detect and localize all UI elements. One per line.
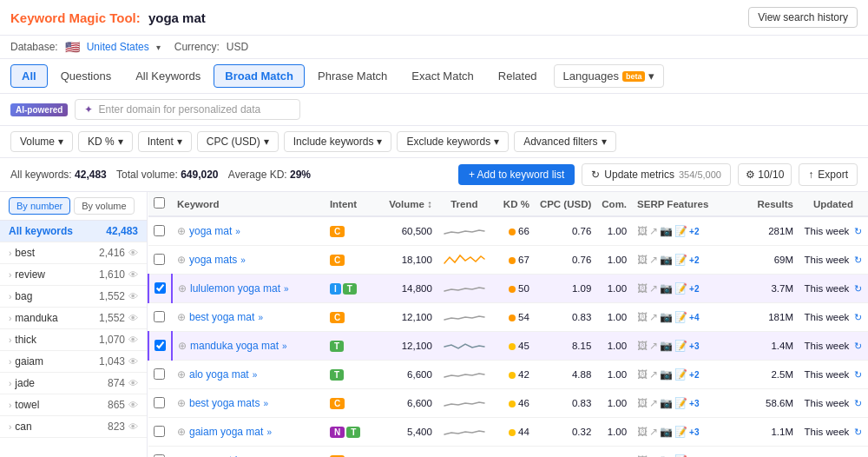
results-column-header[interactable]: Results [746, 192, 799, 216]
all-keywords-label: All keywords: [10, 169, 75, 181]
row-checkbox[interactable] [154, 311, 165, 322]
tab-phrase-match[interactable]: Phrase Match [306, 64, 398, 88]
sidebar-item-all-keywords[interactable]: All keywords 42,483 [0, 221, 147, 242]
row-checkbox[interactable] [155, 282, 166, 294]
row-checkbox[interactable] [154, 225, 165, 236]
intent-badge-n: N [330, 427, 345, 438]
include-keywords-filter[interactable]: Include keywords ▾ [284, 131, 392, 152]
sidebar-item-jade[interactable]: › jade 874 👁 [0, 373, 147, 394]
tab-all-keywords[interactable]: All Keywords [124, 64, 212, 88]
tab-exact-match[interactable]: Exact Match [400, 64, 485, 88]
select-all-checkbox[interactable] [154, 197, 165, 209]
trend-column-header[interactable]: Trend [437, 192, 491, 216]
add-to-keyword-list-button[interactable]: + Add to keyword list [458, 164, 575, 185]
refresh-icon[interactable]: ↻ [854, 341, 862, 351]
serp-column-header[interactable]: SERP Features [632, 192, 746, 216]
kd-column-header[interactable]: KD % [491, 192, 535, 216]
refresh-icon[interactable]: ↻ [854, 312, 862, 322]
serp-plus-count[interactable]: +4 [689, 313, 699, 322]
row-checkbox[interactable] [154, 254, 165, 265]
serp-plus-count[interactable]: +3 [689, 427, 699, 437]
advanced-filters[interactable]: Advanced filters ▾ [514, 131, 615, 152]
eye-icon[interactable]: 👁 [128, 421, 138, 432]
update-metrics-button[interactable]: ↻ Update metrics 354/5,000 [582, 163, 731, 186]
row-checkbox[interactable] [154, 397, 165, 408]
sidebar-item-gaiam[interactable]: › gaiam 1,043 👁 [0, 351, 147, 373]
sort-by-volume-button[interactable]: By volume [74, 197, 134, 215]
serp-plus-count[interactable]: +2 [689, 227, 699, 236]
refresh-icon[interactable]: ↻ [854, 427, 862, 437]
select-all-header[interactable] [148, 192, 172, 216]
eye-icon[interactable]: 👁 [128, 378, 138, 388]
com-column-header[interactable]: Com. [596, 192, 632, 216]
serp-plus-count[interactable]: +3 [689, 399, 699, 408]
row-checkbox[interactable] [154, 454, 165, 458]
volume-filter[interactable]: Volume ▾ [10, 131, 73, 152]
refresh-icon[interactable]: ↻ [854, 283, 862, 294]
keyword-link[interactable]: ⊕ yoga mat » [177, 225, 319, 237]
country-link[interactable]: United States [87, 41, 149, 53]
domain-input[interactable]: ✦ Enter domain for personalized data [75, 99, 300, 120]
kd-filter[interactable]: KD % ▾ [78, 131, 133, 152]
refresh-icon[interactable]: ↻ [854, 255, 862, 265]
updated-column-header[interactable]: Updated [799, 192, 868, 216]
refresh-icon[interactable]: ↻ [854, 226, 862, 236]
keyword-link[interactable]: ⊕ lululemon yoga mat » [178, 282, 319, 295]
serp-plus-count[interactable]: +3 [689, 341, 699, 351]
keyword-link[interactable]: ⊕ manduka yoga mat » [178, 340, 319, 352]
eye-icon[interactable]: 👁 [128, 269, 138, 280]
tab-related[interactable]: Related [487, 64, 549, 88]
settings-button[interactable]: ⚙ 10/10 [738, 163, 792, 186]
eye-icon[interactable]: 👁 [128, 400, 138, 410]
row-checkbox[interactable] [154, 368, 165, 380]
row-checkbox[interactable] [155, 340, 166, 351]
sidebar-item-can[interactable]: › can 823 👁 [0, 416, 147, 438]
row-checkbox[interactable] [154, 426, 165, 437]
eye-icon[interactable]: 👁 [128, 356, 138, 367]
keyword-link[interactable]: ⊕ alo yoga mat » [177, 368, 319, 381]
sidebar-item-best[interactable]: › best 2,416 👁 [0, 242, 147, 264]
languages-label: Languages [563, 70, 619, 83]
chevron-right-icon: › [9, 335, 11, 345]
keyword-link[interactable]: ⊕ best yoga mats » [177, 397, 319, 409]
exclude-keywords-filter[interactable]: Exclude keywords ▾ [397, 131, 509, 152]
keyword-link[interactable]: ⊕ yoga mats » [177, 254, 319, 266]
eye-icon[interactable]: 👁 [128, 313, 138, 323]
refresh-icon[interactable]: ↻ [854, 369, 862, 380]
cpc-filter[interactable]: CPC (USD) ▾ [197, 131, 279, 152]
sidebar-item-towel[interactable]: › towel 865 👁 [0, 394, 147, 416]
eye-icon[interactable]: 👁 [128, 291, 138, 301]
keyword-arrows-icon: » [263, 399, 268, 408]
languages-button[interactable]: Languages beta ▾ [554, 64, 665, 88]
serp-plus-count[interactable]: +2 [689, 370, 699, 380]
tab-broad-match[interactable]: Broad Match [214, 64, 305, 88]
sidebar-item-manduka[interactable]: › manduka 1,552 👁 [0, 308, 147, 329]
search-history-button[interactable]: View search history [748, 7, 858, 28]
eye-icon[interactable]: 👁 [128, 334, 138, 345]
keyword-link[interactable]: ⊕ best yoga mat » [177, 311, 319, 323]
serp-plus-count[interactable]: +2 [689, 284, 699, 294]
keyword-column-header[interactable]: Keyword [172, 192, 325, 216]
export-button[interactable]: ↑ Export [799, 163, 858, 186]
intent-column-header[interactable]: Intent [325, 192, 377, 216]
sidebar-item-review[interactable]: › review 1,610 👁 [0, 264, 147, 286]
eye-icon[interactable]: 👁 [128, 248, 138, 258]
sort-by-number-button[interactable]: By number [9, 197, 70, 215]
intent-badge-c: C [330, 226, 345, 237]
trend-cell [437, 246, 491, 275]
keyword-link[interactable]: ⊕ gaiam yoga mat » [177, 426, 319, 438]
country-chevron-icon[interactable]: ▾ [156, 43, 161, 52]
cpc-column-header[interactable]: CPC (USD) [535, 192, 596, 216]
serp-plus-count[interactable]: +2 [689, 255, 699, 265]
tool-title: Keyword Magic Tool: yoga mat [10, 10, 206, 25]
sidebar-item-bag[interactable]: › bag 1,552 👁 [0, 286, 147, 308]
tab-questions[interactable]: Questions [49, 64, 123, 88]
sidebar-item-thick[interactable]: › thick 1,070 👁 [0, 329, 147, 351]
refresh-icon[interactable]: ↻ [854, 398, 862, 408]
volume-column-header[interactable]: Volume ↕ [377, 192, 437, 216]
sidebar-label: jade [15, 377, 35, 389]
com-cell: 1.00 [596, 447, 632, 458]
intent-filter[interactable]: Intent ▾ [138, 131, 192, 152]
image-icon: 📷 [660, 282, 673, 295]
tab-all[interactable]: All [10, 64, 48, 88]
